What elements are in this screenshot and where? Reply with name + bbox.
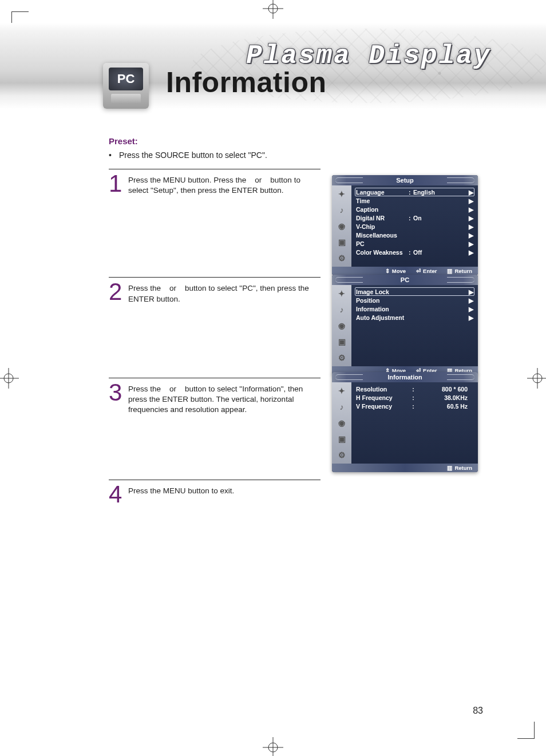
osd-setup-menu: Language:English▶ Time▶ Caption▶ Digital…: [351, 185, 478, 267]
osd-pc: PC ✦ ♪ ◉ ▣ ⚙ Image Lock▶ Position▶ Infor…: [332, 275, 478, 375]
menu-item-pc[interactable]: PC▶: [355, 239, 474, 248]
menu-item-time[interactable]: Time▶: [355, 196, 474, 205]
registration-mark-left: [0, 367, 20, 390]
osd-information-title: Information: [332, 372, 478, 382]
menu-item-caption[interactable]: Caption▶: [355, 205, 474, 213]
osd-pc-title: PC: [332, 275, 478, 285]
step-2: 2 Press the or button to select "PC", th…: [109, 281, 321, 304]
step-3-number: 3: [109, 382, 128, 403]
chevron-right-icon: ▶: [469, 232, 473, 239]
step-4-number: 4: [109, 484, 128, 505]
picture-icon: ✦: [335, 188, 348, 200]
chevron-right-icon: ▶: [469, 215, 473, 221]
osd-info-readout: Resolution:800 * 600 H Frequency:38.0KHz…: [351, 382, 478, 464]
sound-icon: ♪: [335, 303, 348, 316]
crop-mark-br: [517, 722, 535, 739]
chevron-right-icon: ▶: [469, 288, 473, 295]
pip-icon: ▣: [335, 433, 348, 445]
page-number: 83: [473, 706, 483, 716]
step-1: 1 Press the MENU button. Press the or bu…: [109, 173, 321, 196]
chevron-right-icon: ▶: [469, 306, 473, 312]
osd-setup: Setup ✦ ♪ ◉ ▣ ⚙ Language:English▶ Time▶ …: [332, 175, 478, 275]
menu-item-language[interactable]: Language:English▶: [355, 188, 474, 196]
menu-item-miscellaneous[interactable]: Miscellaneous▶: [355, 231, 474, 239]
channel-icon: ◉: [335, 220, 348, 232]
osd-footer: ▥Return: [332, 464, 478, 472]
menu-item-vchip[interactable]: V-Chip▶: [355, 222, 474, 231]
chevron-right-icon: ▶: [469, 314, 473, 321]
step-2-number: 2: [109, 281, 128, 303]
registration-mark-top: [262, 0, 284, 20]
chevron-right-icon: ▶: [469, 197, 473, 204]
menu-item-image-lock[interactable]: Image Lock▶: [355, 287, 474, 296]
bullet-icon: •: [109, 151, 117, 160]
setup-icon: ⚙: [335, 252, 348, 264]
divider: [109, 378, 321, 378]
return-icon: ▥: [447, 268, 452, 274]
menu-item-digital-nr[interactable]: Digital NR:On▶: [355, 213, 474, 222]
step-3: 3 Press the or button to select "Informa…: [109, 382, 321, 415]
registration-mark-right: [526, 367, 546, 390]
chevron-right-icon: ▶: [469, 189, 473, 196]
info-row-resolution: Resolution:800 * 600: [355, 385, 474, 393]
step-4-text: Press the MENU button to exit.: [128, 484, 234, 496]
osd-footer: ⇕Move ⏎Enter ▥Return: [332, 267, 478, 275]
footer-hint-enter: ⏎Enter: [416, 268, 437, 274]
registration-mark-bottom: [262, 736, 284, 756]
footer-hint-return: ▥Return: [447, 465, 472, 471]
preset-bullet-text: Press the SOURCE button to select "PC".: [119, 151, 267, 160]
preset-bullet-line: • Press the SOURCE button to select "PC"…: [109, 151, 475, 160]
channel-icon: ◉: [335, 319, 348, 332]
info-row-h-frequency: H Frequency:38.0KHz: [355, 393, 474, 402]
channel-icon: ◉: [335, 417, 348, 429]
step-4: 4 Press the MENU button to exit.: [109, 484, 321, 505]
sound-icon: ♪: [335, 204, 348, 216]
info-row-v-frequency: V Frequency:60.5 Hz: [355, 402, 474, 410]
chevron-right-icon: ▶: [469, 223, 473, 230]
pc-icon: PC: [103, 63, 149, 109]
updown-icon: ⇕: [385, 268, 390, 274]
osd-icon-column: ✦ ♪ ◉ ▣ ⚙: [332, 185, 351, 267]
osd-icon-column: ✦ ♪ ◉ ▣ ⚙: [332, 285, 351, 366]
divider: [109, 169, 321, 169]
setup-icon: ⚙: [335, 351, 348, 364]
pip-icon: ▣: [335, 236, 348, 248]
chevron-right-icon: ▶: [469, 297, 473, 304]
osd-pc-menu: Image Lock▶ Position▶ Information▶ Auto …: [351, 285, 478, 366]
osd-information: Information ✦ ♪ ◉ ▣ ⚙ Resolution:800 * 6…: [332, 372, 478, 472]
divider: [109, 480, 321, 480]
osd-icon-column: ✦ ♪ ◉ ▣ ⚙: [332, 382, 351, 464]
divider: [109, 277, 321, 278]
step-2-text: Press the or button to select "PC", then…: [128, 281, 317, 304]
chevron-right-icon: ▶: [469, 206, 473, 213]
sound-icon: ♪: [335, 401, 348, 413]
footer-hint-return: ▥Return: [447, 268, 472, 274]
chevron-right-icon: ▶: [469, 249, 473, 256]
menu-item-position[interactable]: Position▶: [355, 296, 474, 304]
chevron-right-icon: ▶: [469, 240, 473, 247]
pip-icon: ▣: [335, 335, 348, 348]
page-title: Information: [166, 66, 326, 99]
return-icon: ▥: [447, 465, 452, 471]
step-3-text: Press the or button to select "Informati…: [128, 382, 317, 415]
preset-heading: Preset:: [109, 136, 475, 146]
pc-icon-label: PC: [109, 68, 143, 90]
setup-icon: ⚙: [335, 449, 348, 461]
menu-item-information[interactable]: Information▶: [355, 304, 474, 313]
picture-icon: ✦: [335, 287, 348, 300]
enter-icon: ⏎: [416, 268, 421, 274]
step-1-text: Press the MENU button. Press the or butt…: [128, 173, 317, 196]
step-1-number: 1: [109, 173, 128, 195]
osd-setup-title: Setup: [332, 175, 478, 185]
menu-item-auto-adjustment[interactable]: Auto Adjustment▶: [355, 313, 474, 322]
footer-hint-move: ⇕Move: [385, 268, 406, 274]
picture-icon: ✦: [335, 385, 348, 397]
menu-item-color-weakness[interactable]: Color Weakness:Off▶: [355, 248, 474, 256]
